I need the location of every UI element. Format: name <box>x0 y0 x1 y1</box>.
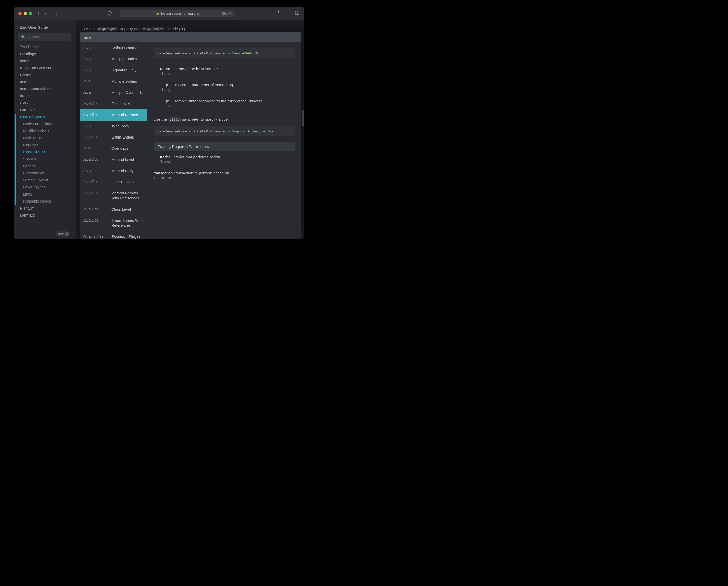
param-desc: transaction to perform action on <box>174 171 295 180</box>
sidebar-sub-item[interactable]: Links <box>15 191 76 198</box>
titlebar: ▾ ‹ › 🔒 testingisdocumenting.org ⊟ᴀ ↻ ＋ <box>14 7 304 20</box>
param-type: String <box>153 72 170 75</box>
sidebar-sub-item[interactable]: Color Groups <box>15 149 76 156</box>
result-title: Multiple Bodies <box>111 79 144 84</box>
result-category: Java Doc <box>83 218 111 228</box>
sidebar-item[interactable]: Mermaid <box>15 212 76 219</box>
sidebar-sub-item[interactable]: Vertical Layout <box>15 177 76 184</box>
theme-label: dark <box>58 233 64 236</box>
result-title: Method Body <box>111 168 144 174</box>
result-category: Java Doc <box>83 191 111 201</box>
share-icon[interactable] <box>276 10 281 17</box>
sidebar-item[interactable]: Images <box>15 79 76 85</box>
svg-rect-5 <box>297 11 299 12</box>
sidebar-sub-item[interactable]: Multiline Labels <box>15 128 76 135</box>
param-desc: name of the best sample <box>174 66 295 75</box>
param-type: int <box>153 104 170 108</box>
sidebar-sub-item[interactable]: Reusable Nodes <box>15 198 76 205</box>
sidebar-dropdown-icon[interactable]: ▾ <box>44 11 47 17</box>
search-result[interactable]: What Is ThisExtensive Plugins System <box>80 231 147 239</box>
param-name: p1 <box>153 83 170 87</box>
sidebar-item[interactable]: Headings <box>15 50 76 57</box>
sidebar-sub-item[interactable]: Presentation <box>15 170 76 177</box>
search-result[interactable]: JavaSignature Only <box>80 65 147 76</box>
search-result[interactable]: JavaMultiple Overloads <box>80 87 147 98</box>
sidebar-item[interactable]: Charts <box>15 72 76 79</box>
result-category: Java <box>83 168 111 174</box>
sidebar-item-active-group[interactable]: Flow Diagrams <box>15 114 76 121</box>
result-title: Multiple Overloads <box>111 90 144 95</box>
param-name: p2 <box>153 99 170 103</box>
result-title: Field Level <box>111 101 144 106</box>
result-title: Class Level <box>111 207 144 212</box>
sidebar-item[interactable]: SVG <box>15 100 76 107</box>
lock-icon: 🔒 <box>156 12 159 15</box>
result-title: Multiple Entries <box>111 57 144 62</box>
maximize-window-button[interactable] <box>29 12 32 15</box>
search-query-bar[interactable]: java <box>80 32 301 43</box>
result-category: Java <box>83 124 111 129</box>
main-scrollbar[interactable] <box>302 110 304 126</box>
tabs-overview-icon[interactable] <box>295 10 299 17</box>
search-result[interactable]: Java DocInner Classes <box>80 177 147 188</box>
sidebar-sub-item[interactable]: Layout Types <box>15 184 76 191</box>
search-result[interactable]: JavaMultiple Entries <box>80 54 147 65</box>
result-category: Java Doc <box>83 112 111 117</box>
sidebar-sub-item[interactable]: Highlight <box>15 142 76 149</box>
result-title: Inner Classes <box>111 180 144 185</box>
svg-rect-0 <box>37 12 41 15</box>
minimize-window-button[interactable] <box>24 12 27 15</box>
result-category: Java <box>83 57 111 62</box>
sidebar-toggle-icon[interactable] <box>36 11 42 17</box>
search-query-text: java <box>84 35 91 39</box>
result-title: Enum Entries With References <box>111 218 144 228</box>
sidebar-sub-item[interactable]: Legend <box>15 163 76 170</box>
doc-search-input[interactable] <box>27 35 73 39</box>
search-result[interactable]: JavaType Body <box>80 121 147 132</box>
privacy-shield-icon[interactable] <box>107 11 112 17</box>
back-button[interactable]: ‹ <box>54 11 58 16</box>
result-title: Type Body <box>111 124 144 129</box>
translate-icon[interactable]: ⊟ᴀ <box>222 11 227 15</box>
sidebar-sub-item[interactable]: Nodes Size <box>15 135 76 142</box>
new-tab-icon[interactable]: ＋ <box>285 10 290 17</box>
search-result[interactable]: Java DocEnum Entries With References <box>80 215 147 231</box>
sidebar-item[interactable]: Icons <box>15 57 76 64</box>
result-category: Java Doc <box>83 180 111 185</box>
sidebar-sub-item[interactable]: Shapes <box>15 156 76 163</box>
collapse-sidebar-icon[interactable]: ‹ <box>69 25 70 29</box>
search-result[interactable]: Java DocMethod Level <box>80 154 147 165</box>
sidebar-item[interactable]: Iframe <box>15 92 76 100</box>
search-result[interactable]: Java DocClass Level <box>80 204 147 215</box>
result-category: Java Doc <box>83 101 111 106</box>
search-result[interactable]: Java DocMethod Params <box>80 109 147 121</box>
close-window-button[interactable] <box>19 12 22 15</box>
code-block: :include-java-doc-params: HelloWorld.jav… <box>153 126 295 136</box>
svg-rect-7 <box>297 13 299 14</box>
reload-icon[interactable]: ↻ <box>229 11 232 15</box>
sidebar-item[interactable]: Image Annotations <box>15 85 76 92</box>
search-result[interactable]: JavaMethod Body <box>80 165 147 177</box>
param-row: returnStringname of the best sample <box>153 64 295 80</box>
search-result[interactable]: JavaMultiple Bodies <box>80 76 147 87</box>
search-result[interactable]: Java DocEnum Entries <box>80 132 147 143</box>
result-category: Java Doc <box>83 157 111 162</box>
sidebar-item[interactable]: Text Badge <box>15 44 76 50</box>
sidebar-sub-item[interactable]: Nodes and Edges <box>15 121 76 128</box>
forward-button[interactable]: › <box>60 11 65 16</box>
browser-window: ▾ ‹ › 🔒 testingisdocumenting.org ⊟ᴀ ↻ ＋ <box>14 7 304 239</box>
param-name: transaction <box>153 171 170 175</box>
search-result[interactable]: Java DocField Level <box>80 98 147 109</box>
search-result[interactable]: JavaCallout Comments <box>80 43 147 54</box>
param-type: Transaction <box>153 176 170 180</box>
search-result[interactable]: JavaOverloads <box>80 143 147 154</box>
url-bar[interactable]: 🔒 testingisdocumenting.org ⊟ᴀ ↻ <box>120 10 234 17</box>
result-title: Method Params With References <box>111 191 144 201</box>
sidebar-item[interactable]: PlantUml <box>15 205 76 212</box>
sidebar-item[interactable]: Keyboard Shortcuts <box>15 64 76 72</box>
search-result[interactable]: Java DocMethod Params With References <box>80 188 147 204</box>
theme-toggle[interactable]: dark <box>56 231 70 237</box>
result-title: Signature Only <box>111 68 144 73</box>
sidebar-item[interactable]: Graphviz <box>15 107 76 114</box>
doc-search[interactable]: 🔍 <box>19 33 71 41</box>
